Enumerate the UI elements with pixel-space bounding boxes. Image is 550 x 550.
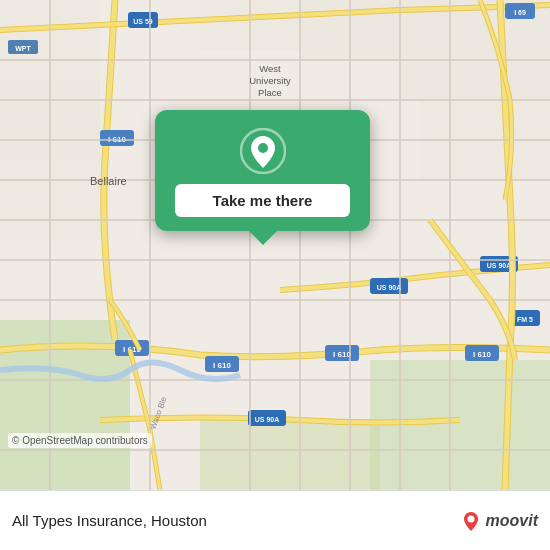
moovit-pin-icon [460, 510, 482, 532]
svg-text:University: University [249, 75, 291, 86]
map-container: I 610 I 610 I 610 I 610 I 610 US 59 I 69… [0, 0, 550, 490]
moovit-brand-text: moovit [486, 512, 538, 530]
svg-rect-7 [0, 160, 110, 240]
svg-text:Bellaire: Bellaire [90, 175, 127, 187]
svg-text:I 610: I 610 [473, 350, 491, 359]
popup-card: Take me there [155, 110, 370, 231]
svg-text:Place: Place [258, 87, 282, 98]
svg-text:US 90A: US 90A [377, 284, 402, 291]
take-me-there-button[interactable]: Take me there [175, 184, 350, 217]
svg-point-58 [258, 143, 268, 153]
svg-text:I 69: I 69 [514, 9, 526, 16]
svg-rect-4 [200, 420, 380, 490]
svg-text:I 610: I 610 [213, 361, 231, 370]
svg-text:WPT: WPT [15, 45, 31, 52]
svg-text:West: West [259, 63, 281, 74]
svg-text:US 90A: US 90A [487, 262, 512, 269]
svg-point-59 [467, 515, 474, 522]
bottom-bar: All Types Insurance, Houston moovit [0, 490, 550, 550]
moovit-logo: moovit [460, 510, 538, 532]
svg-text:US 90A: US 90A [255, 416, 280, 423]
location-pin-icon [240, 128, 286, 174]
svg-text:I 610: I 610 [333, 350, 351, 359]
svg-text:FM 5: FM 5 [517, 316, 533, 323]
location-label: All Types Insurance, Houston [12, 512, 460, 529]
map-attribution: © OpenStreetMap contributors [8, 433, 152, 448]
map-background: I 610 I 610 I 610 I 610 I 610 US 59 I 69… [0, 0, 550, 490]
